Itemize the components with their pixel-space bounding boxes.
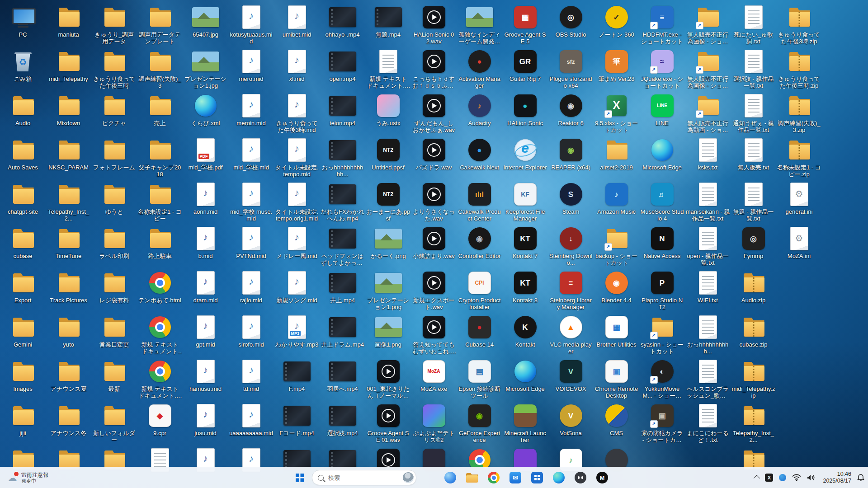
desktop-icon[interactable]: KKontakt [502,314,548,348]
desktop-icon[interactable]: テンポあて.html [137,270,183,304]
desktop-icon[interactable]: SSteam [548,182,594,215]
desktop-icon[interactable]: X↗9.5.xlsx - ショートカット [594,93,639,133]
desktop-icon[interactable]: TimeTune [46,226,91,259]
desktop-icon[interactable]: かるーく.png [365,226,411,259]
desktop-icon[interactable]: VVOICEVOX [548,359,594,392]
desktop-icon[interactable]: CMS [594,403,639,436]
desktop-icon[interactable]: 選択肢 - 親作品一覧.txt [731,49,776,89]
desktop-icon[interactable]: Fコード.mp4 [274,403,320,436]
desktop-icon[interactable]: CPICrypton Product Installer [457,270,502,310]
desktop-icon[interactable]: 選択肢.mp4 [320,403,365,436]
desktop-icon[interactable]: きゅうり食ってた午後三時 [91,49,137,89]
desktop-icon[interactable]: ♪aorin.mid [183,182,228,215]
desktop-icon[interactable]: きゅうり_調声用データ [91,5,137,45]
desktop-icon[interactable]: NKSC_PARAM [46,137,91,171]
desktop-icon[interactable]: ♪新規ソング.mid [274,270,320,304]
desktop-icon[interactable]: ksks.txt [685,137,731,171]
volume-icon[interactable] [807,474,815,481]
desktop-icon[interactable]: まにこにわーるど！.txt [685,403,731,443]
copilot-icon[interactable] [441,468,460,487]
desktop-icon[interactable]: chatgpt-site [0,182,46,215]
mail-icon[interactable]: ✉ [506,468,525,487]
desktop-icon[interactable]: 小銭詰まり.wav [411,226,457,259]
desktop-icon[interactable]: jijii [0,403,46,436]
desktop-icon[interactable]: 名称未設定1 - コピー.zip [776,137,822,178]
desktop-icon[interactable]: ♪meroin.mid [228,93,274,127]
desktop-icon[interactable]: cubase [0,226,46,259]
desktop-icon[interactable]: MoZAMoZA.exe [411,359,457,392]
desktop-icon[interactable]: ●Activation Manager [457,49,502,89]
desktop-icon[interactable]: 羽居へ.mp4 [320,359,365,392]
tray-blue-app-icon[interactable] [779,474,786,481]
desktop-icon[interactable]: ♪hamusu.mid [183,359,228,392]
desktop-icon[interactable]: ◐↗YukkuriMovieM... - ショートカット [639,359,685,399]
desktop-icon[interactable]: ◉REAPER (x64) [548,137,594,171]
desktop-icon[interactable]: KTKontakt 7 [502,226,548,259]
document-app-icon[interactable] [419,468,438,487]
desktop-icon[interactable]: Telepathy_Inst_2... [46,182,91,222]
desktop-icon[interactable]: ohhayo-.mp4 [320,5,365,38]
desktop-icon[interactable]: ♪rajio.mid [228,270,274,304]
desktop-icon[interactable]: ◉Reaktor 6 [548,93,594,127]
desktop-icon[interactable]: 筆筆まめ Ver.28 [594,49,639,82]
desktop-icon[interactable]: 画像1.png [365,314,411,348]
desktop-icon[interactable]: eInternet Explorer [502,137,548,171]
desktop-icon[interactable]: ◆9.cpr [137,403,183,436]
desktop-icon[interactable]: 通知うぜぇ - 親作品一覧.txt [731,93,776,133]
desktop-icon[interactable]: PC [0,5,46,38]
desktop-icon[interactable]: ♪タイトル未設定.tempo.mid [274,137,320,178]
taskbar-clock[interactable]: 10:46 2025/08/17 [823,471,851,484]
desktop-icon[interactable]: おっhhhhhhhhhh... [685,314,731,355]
start-button[interactable] [290,468,309,487]
desktop-icon[interactable]: こっちもｈｄすおｆｄｓｂふぁ.wav [411,49,457,89]
desktop-icon[interactable]: Groove Agent SE 01.wav [365,403,411,443]
desktop-icon[interactable]: ◉Blender 4.4 [594,270,639,304]
desktop-icon[interactable]: NT2Untitled.ppsf [365,137,411,171]
desktop-icon[interactable]: ♪gpt.mid [183,314,228,348]
desktop-icon[interactable]: 父子キャンプ2018 [137,137,183,178]
desktop-icon[interactable]: ▦Brother Utilities [594,314,639,348]
desktop-icon[interactable]: 最新 [91,359,137,392]
desktop-icon[interactable]: ⚙general.ini [776,182,822,215]
desktop-icon[interactable]: ♪b.mid [183,226,228,259]
desktop-icon[interactable]: レジ袋有料 [91,270,137,304]
desktop-icon[interactable]: 答え知っててもむずいわこれ.wav [411,314,457,355]
hidden-icons-chevron-icon[interactable] [755,475,759,480]
desktop-icon[interactable]: ♪PVTNd.mid [228,226,274,259]
desktop-icon[interactable]: 新規 テキスト ドキュメント.musicxml [365,49,411,89]
desktop-icon[interactable]: だれもFXわかれへんわ.mp4 [320,182,365,222]
desktop-icon[interactable]: ♪jusu.mid [183,403,228,436]
desktop-icon[interactable]: PDFmid_学校.pdf [183,137,228,171]
desktop-icon[interactable]: ♪dram.mid [183,270,228,304]
desktop-icon[interactable]: 新規 テキスト ドキュメント (2).html [137,314,183,355]
desktop-icon[interactable]: HALion Sonic 02.wav [411,5,457,45]
desktop-icon[interactable]: 無題 - 親作品一覧.txt [731,182,776,222]
desktop-icon[interactable]: 孤独なインディーゲーム開発者の一生... [457,5,502,45]
search-input[interactable] [327,474,399,482]
desktop-icon[interactable]: GRGuitar Rig 7 [502,49,548,82]
desktop-icon[interactable]: F.mp4 [274,359,320,392]
desktop-icon[interactable]: ↓Steinberg Downlo... [548,226,594,266]
desktop-icon[interactable]: ゆうと [91,182,137,215]
desktop-icon[interactable]: ♻ごみ箱 [0,49,46,82]
desktop-icon[interactable]: KFKeepforest File Manager [502,182,548,222]
desktop-icon[interactable]: 新しいフォルダー [91,403,137,443]
search-box[interactable] [312,470,416,485]
desktop-icon[interactable]: ♪mero.mid [228,49,274,82]
desktop-icon[interactable]: NT2おーまーにあ.ppsf [365,182,411,222]
desktop-icon[interactable]: ◉GeForce Experience [457,403,502,443]
desktop-icon[interactable]: ↗無人販売不正行為画像 - ショートカット [685,49,731,89]
desktop-icon[interactable]: airset2-2019 [594,137,639,171]
desktop-icon[interactable]: cubase.zip [731,314,776,348]
notification-bell-icon[interactable] [857,474,864,482]
desktop-icon[interactable]: 001_東北きりたん（ノーマル）_今じゃ... [365,359,411,399]
desktop-icon[interactable]: ♪umibet.mid [274,5,320,38]
desktop-icon[interactable]: ♪Audacity [457,93,502,127]
taskbar-weather-widget[interactable]: ☁ 雷雨注意報 発令中 [4,467,51,488]
desktop-icon[interactable]: 名称未設定1 - コピー [137,182,183,222]
desktop-icon[interactable]: Mixdown [46,93,91,127]
desktop-icon[interactable]: ↗無人販売不正行為画像 - ショートカッ... [685,5,731,45]
desktop-icon[interactable]: VVoiSona [548,403,594,436]
desktop-icon[interactable]: プレゼンテーション1.jpg [183,49,228,89]
desktop-icon[interactable]: maniuta [46,5,91,38]
